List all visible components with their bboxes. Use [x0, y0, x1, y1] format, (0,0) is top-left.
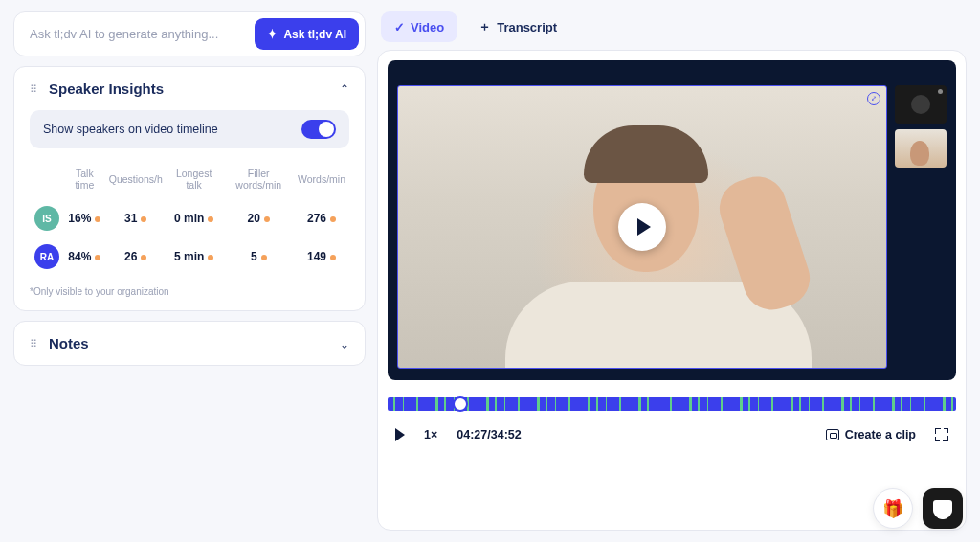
tab-transcript-label: Transcript: [497, 20, 557, 34]
main-video[interactable]: ⤢: [397, 85, 887, 369]
timeline-speakers-toggle-row: Show speakers on video timeline: [30, 110, 349, 148]
cell-filler: 5: [251, 250, 257, 263]
clip-icon: [826, 429, 839, 440]
play-small-button[interactable]: [395, 428, 405, 441]
speaker-stats-table: Talk time Questions/h Longest talk Fille…: [30, 162, 349, 277]
drag-handle-icon[interactable]: ⠿: [30, 341, 39, 347]
ask-ai-label: Ask tl;dv AI: [283, 28, 346, 41]
notes-card: ⠿ Notes ⌃: [13, 321, 366, 366]
intercom-button[interactable]: [923, 488, 963, 529]
playhead[interactable]: [453, 396, 468, 412]
tab-transcript[interactable]: ＋ Transcript: [465, 11, 570, 42]
tab-video-label: Video: [411, 20, 444, 34]
trend-dot-icon: [330, 216, 336, 222]
play-button[interactable]: [618, 203, 666, 251]
chevron-up-icon: ⌃: [340, 82, 349, 96]
trend-dot-icon: [95, 216, 100, 222]
trend-dot-icon: [330, 255, 336, 260]
check-icon: ✓: [394, 20, 405, 34]
left-panel: ✦ Ask tl;dv AI ⠿ Speaker Insights ⌃ Show…: [13, 11, 366, 531]
cell-talk-time: 84%: [68, 250, 91, 263]
notes-header[interactable]: ⠿ Notes ⌃: [30, 335, 349, 351]
col-longest: Longest talk: [167, 164, 222, 198]
video-panel: ⤢ 1× 04:27/34:52: [377, 50, 967, 531]
ai-prompt-input[interactable]: [28, 26, 247, 42]
participant-thumbnail[interactable]: [895, 85, 947, 124]
ai-prompt-bar: ✦ Ask tl;dv AI: [13, 11, 366, 56]
trend-dot-icon: [264, 216, 270, 222]
floating-actions: 🎁: [873, 488, 963, 529]
trend-dot-icon: [208, 216, 213, 222]
time-current: 04:27: [457, 428, 487, 441]
tab-video[interactable]: ✓ Video: [381, 11, 457, 42]
cell-questions: 31: [124, 212, 137, 225]
right-panel: ✓ Video ＋ Transcript ⤢: [377, 11, 967, 531]
cell-questions: 26: [124, 250, 137, 263]
expand-icon[interactable]: ⤢: [867, 92, 880, 105]
participant-thumbnails: [895, 85, 947, 369]
cell-wpm: 149: [307, 250, 326, 263]
chevron-down-icon: ⌃: [340, 337, 349, 350]
cell-longest: 5 min: [174, 250, 204, 263]
col-talk-time: Talk time: [64, 164, 105, 198]
playback-speed[interactable]: 1×: [424, 428, 437, 441]
view-tabs: ✓ Video ＋ Transcript: [377, 11, 967, 50]
cell-filler: 20: [248, 212, 260, 225]
fullscreen-icon[interactable]: [935, 428, 948, 441]
timeline: [388, 397, 956, 411]
visibility-footnote: *Only visible to your organization: [30, 286, 349, 297]
speaker-insights-card: ⠿ Speaker Insights ⌃ Show speakers on vi…: [13, 66, 366, 311]
col-filler: Filler words/min: [223, 164, 294, 198]
notes-title: Notes: [49, 335, 330, 351]
intercom-icon: [933, 500, 952, 517]
participant-thumbnail[interactable]: [895, 129, 947, 168]
cell-talk-time: 16%: [68, 212, 91, 225]
table-row: IS 16% 31 0 min 20 276: [32, 200, 347, 237]
trend-dot-icon: [208, 255, 213, 260]
time-display: 04:27/34:52: [457, 428, 521, 441]
avatar: RA: [34, 244, 59, 269]
timeline-speakers-toggle[interactable]: [301, 120, 336, 139]
player-frame: ⤢: [388, 60, 956, 380]
table-row: RA 84% 26 5 min 5 149: [32, 238, 347, 275]
trend-dot-icon: [141, 255, 146, 260]
gift-button[interactable]: 🎁: [873, 488, 913, 529]
speaker-insights-header[interactable]: ⠿ Speaker Insights ⌃: [30, 80, 349, 97]
time-duration: 34:52: [491, 428, 522, 441]
cell-wpm: 276: [307, 212, 326, 225]
trend-dot-icon: [95, 255, 100, 260]
speaker-insights-title: Speaker Insights: [49, 80, 330, 97]
avatar: IS: [34, 206, 59, 231]
cell-longest: 0 min: [174, 212, 204, 225]
trend-dot-icon: [141, 216, 146, 222]
drag-handle-icon[interactable]: ⠿: [30, 86, 39, 92]
col-wpm: Words/min: [296, 164, 347, 198]
player-controls: 1× 04:27/34:52 Create a clip: [388, 428, 956, 441]
create-clip-button[interactable]: Create a clip: [826, 428, 916, 441]
plus-icon: ＋: [479, 18, 491, 35]
create-clip-label: Create a clip: [845, 428, 916, 441]
sparkle-icon: ✦: [267, 27, 278, 41]
gift-icon: 🎁: [882, 498, 903, 519]
ask-ai-button[interactable]: ✦ Ask tl;dv AI: [255, 18, 359, 50]
timeline-track[interactable]: [388, 397, 956, 411]
trend-dot-icon: [261, 255, 267, 260]
timeline-speakers-toggle-label: Show speakers on video timeline: [43, 123, 218, 136]
col-questions: Questions/h: [107, 164, 165, 198]
